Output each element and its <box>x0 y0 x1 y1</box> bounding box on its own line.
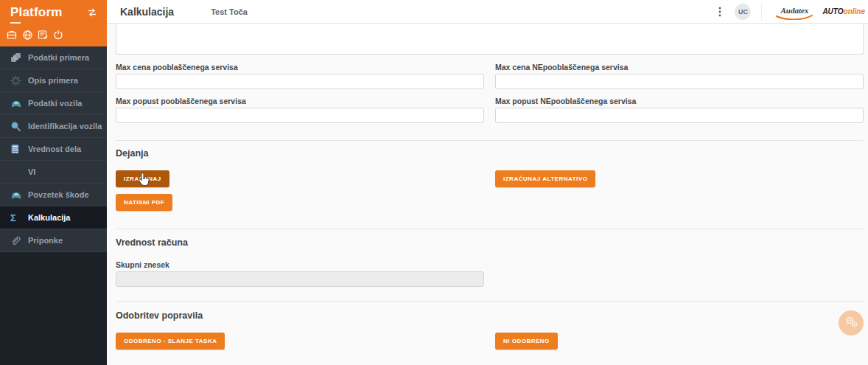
field-label: Max popust pooblaščenega servisa <box>116 97 484 105</box>
sigma-icon: Σ <box>10 212 24 223</box>
sidebar-item-opis-primera[interactable]: Opis primera <box>0 69 107 92</box>
brand-title: Platform <box>10 5 63 20</box>
car-icon <box>10 97 24 109</box>
car-icon <box>10 189 24 201</box>
print-pdf-button[interactable]: NATISNI PDF <box>116 194 172 211</box>
field-max-cena-nepooblascenega: Max cena NEpooblaščenega servisa <box>495 63 864 89</box>
settings-fab[interactable] <box>839 310 864 336</box>
briefcase-icon[interactable] <box>6 29 18 41</box>
sidebar-item-label: VI <box>28 167 35 176</box>
sidebar-item-identifikacija-vozila[interactable]: Identifikacija vozila <box>0 115 107 138</box>
page-subtitle: Test Toča <box>211 7 248 16</box>
power-icon[interactable] <box>52 29 64 41</box>
sidebar-item-label: Podatki vozila <box>28 99 82 108</box>
magnifier-icon <box>10 120 24 132</box>
coins-icon <box>10 52 24 63</box>
sidebar-item-povzetek-skode[interactable]: Povzetek škode <box>0 184 107 206</box>
section-divider <box>116 301 864 302</box>
sidebar-item-vrednost-dela[interactable]: Vrednost dela <box>0 138 107 161</box>
total-amount-input <box>116 271 484 287</box>
sidebar-item-vi[interactable]: VI <box>0 161 107 184</box>
field-max-cena-pooblascenega: Max cena pooblaščenega servisa <box>116 63 484 89</box>
max-popust-pooblascenega-input[interactable] <box>116 108 484 123</box>
max-cena-nepooblascenega-input[interactable] <box>495 74 864 89</box>
form-check-icon[interactable] <box>37 29 49 41</box>
sidebar-item-label: Identifikacija vozila <box>28 122 102 131</box>
brand-underline <box>10 22 21 24</box>
field-label: Max popust NEpooblaščenega servisa <box>495 97 864 105</box>
gears-icon <box>844 315 858 332</box>
sidebar-header: Platform <box>0 0 107 46</box>
collapse-sidebar-icon[interactable] <box>86 7 98 18</box>
invoice-section-title: Vrednost računa <box>116 237 864 248</box>
actions-section-title: Dejanja <box>116 148 864 159</box>
top-bar: Kalkulacija Test Toča UC Audatex AUTOonl… <box>107 0 868 24</box>
main-content: Max cena pooblaščenega servisa Max cena … <box>107 24 868 365</box>
sidebar-menu: Podatki primera Opis primera <box>0 46 107 252</box>
total-amount-label: Skupni znesek <box>116 260 484 269</box>
max-popust-nepooblascenega-input[interactable] <box>495 108 864 123</box>
sidebar-item-podatki-primera[interactable]: Podatki primera <box>0 46 107 69</box>
field-max-popust-pooblascenega: Max popust pooblaščenega servisa <box>116 97 484 123</box>
globe-icon[interactable] <box>21 29 33 41</box>
sidebar-item-label: Podatki primera <box>28 53 89 62</box>
avatar[interactable]: UC <box>735 4 751 20</box>
sidebar-item-podatki-vozila[interactable]: Podatki vozila <box>0 92 107 115</box>
calculate-button[interactable]: IZRAČUNAJ <box>116 170 169 187</box>
sidebar: Platform <box>0 0 107 365</box>
approve-send-task-button[interactable]: ODOBRENO - SLANJE TASKA <box>116 333 225 350</box>
field-label: Max cena pooblaščenega servisa <box>116 63 484 72</box>
sidebar-item-label: Opis primera <box>28 76 78 85</box>
more-options-icon[interactable] <box>714 5 726 18</box>
section-divider <box>116 140 864 141</box>
page-title: Kalkulacija <box>120 6 174 18</box>
sidebar-item-label: Priponke <box>28 236 63 245</box>
sidebar-item-label: Povzetek škode <box>28 190 89 199</box>
gear-icon <box>10 74 24 86</box>
sidebar-item-label: Vrednost dela <box>28 145 81 153</box>
sidebar-item-kalkulacija[interactable]: Σ Kalkulacija <box>0 206 107 229</box>
sidebar-item-priponke[interactable]: Priponke <box>0 229 107 252</box>
field-label: Max cena NEpooblaščenega servisa <box>495 63 864 72</box>
audatex-logo: Audatex <box>775 3 813 20</box>
no-icon <box>10 166 24 178</box>
field-max-popust-nepooblascenega: Max popust NEpooblaščenega servisa <box>495 97 864 123</box>
approval-section-title: Odobritev popravila <box>116 310 864 321</box>
autoonline-logo: AUTOonline <box>822 7 865 15</box>
paperclip-icon <box>10 234 24 246</box>
header-divider <box>761 3 762 21</box>
not-approved-button[interactable]: NI ODOBRENO <box>495 333 558 350</box>
calculate-alternative-button[interactable]: IZRAČUNAJ ALTERNATIVO <box>495 170 595 187</box>
scrolled-panel <box>116 24 864 55</box>
section-divider <box>116 229 864 229</box>
max-cena-pooblascenega-input[interactable] <box>116 74 484 89</box>
sidebar-item-label: Kalkulacija <box>28 213 70 222</box>
calculator-icon <box>10 143 24 155</box>
